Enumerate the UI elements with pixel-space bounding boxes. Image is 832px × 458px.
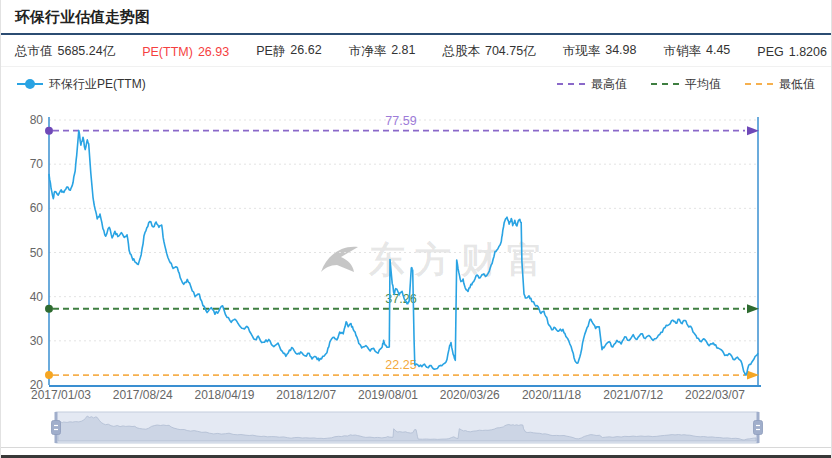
markline-max-value: 77.59 <box>385 114 416 128</box>
stat-item: PEG1.8206 <box>757 45 827 59</box>
stat-label: 市现率 <box>563 43 601 60</box>
stat-value: 1.8206 <box>789 45 827 59</box>
markline-min-arrow-icon <box>747 371 759 380</box>
stat-item: 总股本704.75亿 <box>442 43 535 60</box>
page-title: 环保行业估值走势图 <box>15 8 150 27</box>
legend-item-min[interactable]: 最低值 <box>745 76 815 93</box>
stat-value: 34.98 <box>605 43 636 60</box>
stat-value: 4.45 <box>706 43 730 60</box>
x-tick-label: 2020/11/18 <box>522 388 581 402</box>
legend-item-max[interactable]: 最高值 <box>557 76 627 93</box>
markline-max-dot <box>45 127 53 135</box>
legend-avg-label: 平均值 <box>685 76 721 93</box>
pe-trend-chart[interactable]: 203040506070802017/01/032017/08/242018/0… <box>1 100 832 410</box>
y-tick-label: 40 <box>30 290 44 304</box>
legend-series-label: 环保行业PE(TTM) <box>49 76 146 93</box>
valuation-trend-page: 环保行业估值走势图 总市值5685.24亿PE(TTM)26.93PE静26.6… <box>0 0 832 458</box>
markline-avg-dot <box>45 305 53 313</box>
stat-item: PE静26.62 <box>256 43 321 60</box>
y-tick-label: 80 <box>30 113 44 127</box>
x-tick-label: 2019/08/01 <box>358 388 418 402</box>
legend-row: 环保行业PE(TTM) 最高值 平均值 最低值 <box>1 70 831 98</box>
y-tick-label: 70 <box>30 157 44 171</box>
stat-item: 总市值5685.24亿 <box>15 43 115 60</box>
x-tick-label: 2017/08/24 <box>113 388 173 402</box>
x-tick-label: 2022/03/07 <box>685 388 745 402</box>
x-tick-label: 2018/12/07 <box>276 388 336 402</box>
stat-item: 市销率4.45 <box>663 43 730 60</box>
stat-label: 市销率 <box>663 43 701 60</box>
stat-item: 市现率34.98 <box>563 43 637 60</box>
x-tick-label: 2017/01/03 <box>31 388 91 402</box>
stat-label: PE静 <box>256 43 285 60</box>
bottom-divider <box>1 447 831 448</box>
legend-min-label: 最低值 <box>779 76 815 93</box>
stat-value: 26.62 <box>290 43 321 60</box>
y-tick-label: 50 <box>30 246 44 260</box>
markline-min-dot <box>45 371 53 379</box>
markline-max-arrow-icon <box>747 126 759 135</box>
stat-label: 总股本 <box>442 43 480 60</box>
legend-max-label: 最高值 <box>591 76 627 93</box>
markline-min-value: 22.25 <box>385 358 416 372</box>
stat-label: 总市值 <box>15 43 53 60</box>
x-tick-label: 2018/04/19 <box>194 388 254 402</box>
data-zoom-slider[interactable] <box>1 408 832 448</box>
y-tick-label: 60 <box>30 201 44 215</box>
stat-value: 5685.24亿 <box>58 43 116 60</box>
slider-right-handle[interactable] <box>754 421 763 435</box>
min-dashed-marker-icon <box>745 83 773 85</box>
y-tick-label: 30 <box>30 334 44 348</box>
series-line-marker-icon <box>17 79 43 89</box>
slider-left-handle[interactable] <box>52 421 61 435</box>
stat-label: PEG <box>757 45 783 59</box>
max-dashed-marker-icon <box>557 83 585 85</box>
legend-item-avg[interactable]: 平均值 <box>651 76 721 93</box>
title-bar: 环保行业估值走势图 <box>1 0 831 35</box>
stat-item: 市净率2.81 <box>349 43 416 60</box>
markline-avg-arrow-icon <box>747 304 759 313</box>
stat-value: 704.75亿 <box>485 43 536 60</box>
stat-value: 26.93 <box>198 45 229 59</box>
stats-bar: 总市值5685.24亿PE(TTM)26.93PE静26.62市净率2.81总股… <box>1 37 831 67</box>
stat-label: 市净率 <box>349 43 387 60</box>
stat-label: PE(TTM) <box>142 45 193 59</box>
stat-value: 2.81 <box>391 43 415 60</box>
legend-item-series[interactable]: 环保行业PE(TTM) <box>17 76 146 93</box>
x-tick-label: 2021/07/12 <box>603 388 663 402</box>
stat-item: PE(TTM)26.93 <box>142 45 229 59</box>
avg-dashed-marker-icon <box>651 83 679 85</box>
x-tick-label: 2020/03/26 <box>440 388 500 402</box>
